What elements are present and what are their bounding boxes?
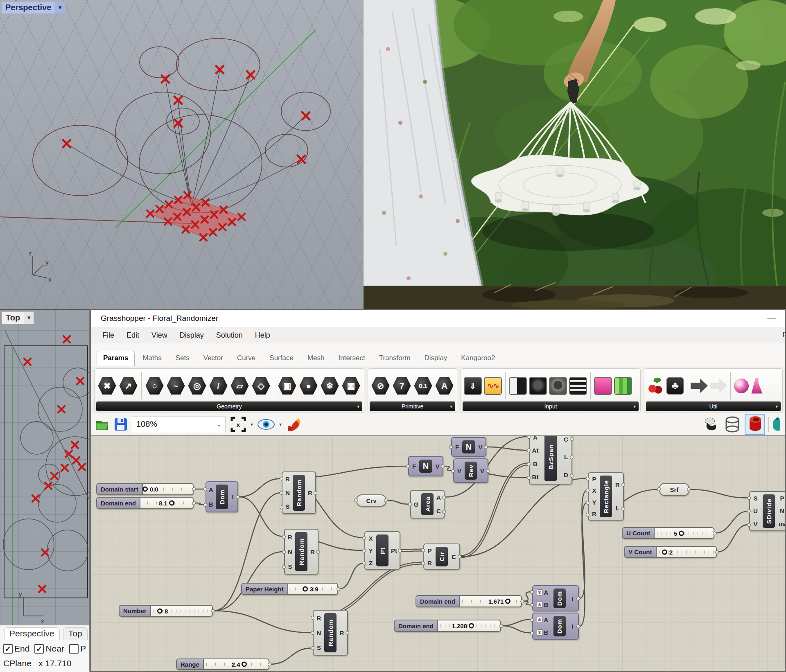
output-port-Pt[interactable]: Pt bbox=[391, 547, 397, 554]
shaded-cylinder-icon[interactable] bbox=[704, 416, 720, 433]
checkbox-p[interactable] bbox=[69, 644, 79, 654]
text-icon[interactable]: A bbox=[435, 376, 454, 395]
tab-intersect[interactable]: Intersect bbox=[332, 351, 371, 366]
slider-domain-end-1208[interactable]: Domain end1.208 bbox=[394, 620, 501, 632]
slider-knob[interactable] bbox=[662, 549, 667, 555]
output-port-I[interactable]: I bbox=[571, 595, 573, 602]
perspective-viewport-label[interactable]: Perspective ▼ bbox=[2, 2, 65, 14]
component-core[interactable]: Area bbox=[421, 493, 434, 515]
component-core[interactable]: Random bbox=[324, 613, 337, 652]
input-port-Y[interactable]: Y bbox=[592, 499, 596, 506]
component-core[interactable]: Random bbox=[293, 475, 305, 511]
input-port-Y[interactable]: Y bbox=[368, 547, 373, 554]
spiral-icon[interactable]: ◎ bbox=[187, 376, 207, 395]
slider-track[interactable]: 2 bbox=[657, 547, 716, 557]
node-dom-1[interactable]: ABDomI bbox=[206, 481, 238, 512]
input-port-A[interactable]: A bbox=[209, 486, 213, 493]
input-port-S[interactable]: S bbox=[285, 503, 289, 510]
preview-eye-icon[interactable] bbox=[257, 418, 275, 431]
knob-icon[interactable] bbox=[549, 377, 567, 395]
component-core[interactable]: BzSpan bbox=[544, 436, 557, 481]
node-sdivide[interactable]: SUVSDividePNuv bbox=[749, 491, 785, 531]
input-port-S[interactable]: S bbox=[753, 495, 757, 502]
box-icon[interactable]: ▣ bbox=[278, 376, 297, 395]
integer-icon[interactable]: 7 bbox=[392, 376, 411, 395]
input-port-R[interactable]: R bbox=[285, 476, 290, 483]
slider-v-count[interactable]: V Count2 bbox=[624, 546, 717, 558]
slider-track[interactable]: 2.4 bbox=[204, 659, 269, 669]
point-icon[interactable]: ✖ bbox=[97, 376, 117, 395]
input-port-Z[interactable]: Z bbox=[369, 559, 373, 566]
slider-track[interactable]: 8.1 bbox=[140, 498, 193, 508]
galapagos-cherries-icon[interactable] bbox=[647, 377, 664, 395]
output-port-V[interactable]: V bbox=[478, 444, 482, 451]
component-core[interactable]: Rev bbox=[465, 462, 477, 480]
chevron-down-icon[interactable]: ▼ bbox=[55, 2, 65, 14]
node-random-1[interactable]: RNSRandomR bbox=[282, 471, 316, 514]
menu-help[interactable]: Help bbox=[255, 331, 270, 340]
component-core[interactable]: N bbox=[462, 440, 475, 453]
fitness-tree-icon[interactable]: ♣ bbox=[666, 377, 684, 395]
open-file-icon[interactable] bbox=[95, 417, 110, 431]
output-port-R[interactable]: R bbox=[615, 481, 620, 488]
tab-sets[interactable]: Sets bbox=[169, 351, 196, 366]
menu-display[interactable]: Display bbox=[180, 331, 204, 340]
graph-mapper-icon[interactable]: ∿∿ bbox=[484, 377, 502, 395]
save-icon[interactable] bbox=[114, 417, 128, 431]
component-core[interactable]: N bbox=[419, 460, 432, 473]
input-port-F[interactable]: F bbox=[455, 444, 459, 451]
selected-display-mode[interactable] bbox=[745, 414, 765, 435]
component-core[interactable]: Cir bbox=[436, 547, 448, 566]
cluster-sphere-icon[interactable] bbox=[734, 379, 749, 393]
input-port-N[interactable]: N bbox=[285, 489, 290, 496]
menu-file[interactable]: File bbox=[102, 331, 114, 340]
menu-solution[interactable]: Solution bbox=[216, 331, 243, 340]
jump-arrow-icon[interactable] bbox=[710, 377, 727, 395]
slider-knob[interactable] bbox=[469, 623, 474, 629]
checkbox-end[interactable]: ✓ bbox=[3, 644, 13, 654]
osnap-p[interactable]: P bbox=[69, 644, 86, 654]
node-random-3[interactable]: RNSRandomR bbox=[313, 610, 348, 656]
input-port-R[interactable]: R bbox=[317, 615, 321, 622]
chevron-down-icon[interactable]: ▾ bbox=[251, 422, 253, 427]
input-port-S[interactable]: S bbox=[317, 644, 321, 651]
output-port-V[interactable]: V bbox=[435, 463, 439, 470]
viewport-tab-perspective[interactable]: Perspective bbox=[4, 627, 60, 640]
input-port-P[interactable]: P bbox=[592, 476, 596, 483]
slider-range[interactable]: Range2.4 bbox=[176, 658, 269, 670]
input-port-P[interactable]: P bbox=[427, 547, 431, 554]
slider-track[interactable]: 1.208 bbox=[438, 620, 500, 631]
output-port-C[interactable]: C bbox=[436, 507, 441, 514]
relay-arrow-icon[interactable] bbox=[691, 377, 708, 395]
rhino-perspective-viewport[interactable]: zyx Perspective ▼ bbox=[0, 0, 364, 309]
output-port-N[interactable]: N bbox=[780, 507, 784, 514]
slider-track[interactable]: 3.9 bbox=[288, 584, 337, 594]
node-cir[interactable]: PRCirC bbox=[423, 543, 460, 570]
slider-track[interactable]: 1.671 bbox=[460, 596, 521, 607]
input-port-N[interactable]: N bbox=[288, 548, 292, 555]
boolean-icon[interactable]: ⊘ bbox=[371, 376, 390, 395]
wireframe-cylinder-icon[interactable] bbox=[723, 416, 741, 433]
output-port-R[interactable]: R bbox=[340, 629, 344, 636]
input-port-R[interactable]: R bbox=[427, 559, 432, 566]
slider-knob[interactable] bbox=[157, 608, 163, 613]
output-port-L[interactable]: L bbox=[564, 453, 568, 460]
input-port-R[interactable]: R bbox=[592, 510, 596, 517]
output-port-R[interactable]: R bbox=[308, 489, 312, 496]
boolean-toggle-icon[interactable] bbox=[509, 377, 527, 395]
curve-icon[interactable]: ~ bbox=[166, 376, 185, 395]
input-port-B[interactable]: ✻B bbox=[537, 601, 549, 608]
input-port-A[interactable]: ✻A bbox=[537, 616, 549, 623]
toolbar-group-label-util[interactable]: Util▾ bbox=[646, 401, 781, 411]
tab-display[interactable]: Display bbox=[418, 351, 454, 366]
surface-icon[interactable]: ● bbox=[299, 376, 318, 395]
param-srf[interactable]: Srf bbox=[659, 483, 689, 496]
tab-vector[interactable]: Vector bbox=[197, 351, 229, 366]
toolbar-group-label-input[interactable]: Input▾ bbox=[463, 401, 639, 411]
output-port-uv[interactable]: uv bbox=[779, 521, 785, 528]
chevron-down-icon[interactable]: ⌄ bbox=[212, 421, 226, 428]
component-core[interactable]: Pt bbox=[376, 534, 388, 566]
output-port-C[interactable]: C bbox=[452, 553, 456, 560]
slider-knob[interactable] bbox=[142, 487, 148, 492]
slider-domain-end[interactable]: Domain end8.1 bbox=[96, 497, 194, 509]
